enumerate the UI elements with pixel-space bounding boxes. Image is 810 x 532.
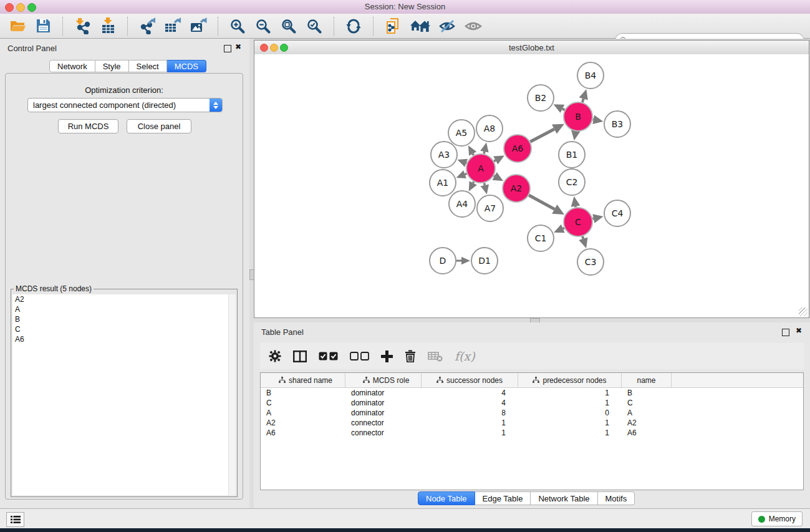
graph-node-A1[interactable]: A1 — [430, 170, 456, 196]
window-resize-grip[interactable] — [799, 307, 808, 316]
graph-node-A7[interactable]: A7 — [477, 195, 503, 221]
list-item[interactable]: A — [12, 304, 236, 314]
column-header-mcds-role[interactable]: MCDS role — [345, 373, 422, 387]
float-panel-button[interactable] — [224, 45, 231, 52]
save-session-button[interactable] — [34, 17, 52, 35]
zoom-out-button[interactable] — [254, 17, 272, 35]
graph-node-A2[interactable]: A2 — [503, 175, 530, 202]
graph-node-A8[interactable]: A8 — [476, 115, 503, 142]
select-all-columns-icon[interactable] — [319, 352, 338, 360]
graph-edge-A-A4[interactable] — [469, 181, 477, 191]
column-header-predecessor-nodes[interactable]: predecessor nodes — [518, 373, 622, 387]
graph-edge-A-A5[interactable] — [468, 145, 476, 155]
horizontal-splitter[interactable] — [254, 318, 810, 322]
graph-edge-A-A6[interactable] — [493, 155, 504, 164]
tab-motifs[interactable]: Motifs — [598, 491, 635, 505]
close-table-panel-icon[interactable]: ✖ — [796, 326, 802, 335]
network-graph[interactable]: AA1A2A3A4A5A6A7A8BB1B2B3B4CC1C2C3C4DD1 — [254, 54, 809, 317]
zoom-selected-button[interactable] — [306, 17, 323, 35]
graph-edge-A6-B[interactable] — [530, 124, 564, 142]
graph-edge-A-A8[interactable] — [480, 142, 488, 153]
tab-network[interactable]: Network — [49, 60, 95, 72]
graph-node-C4[interactable]: C4 — [604, 200, 630, 226]
table-row[interactable]: A dominator 8 0 A — [261, 408, 803, 418]
graph-node-B4[interactable]: B4 — [577, 62, 604, 89]
graph-node-B2[interactable]: B2 — [528, 85, 554, 111]
refresh-view-button[interactable] — [345, 17, 362, 35]
vertical-splitter[interactable] — [249, 39, 254, 508]
delete-column-trash-icon[interactable] — [405, 350, 416, 362]
show-column-panel-icon[interactable] — [293, 351, 307, 362]
tab-network-table[interactable]: Network Table — [531, 491, 597, 505]
export-image-button[interactable] — [190, 17, 207, 35]
list-item[interactable]: C — [12, 324, 236, 334]
export-network-button[interactable] — [138, 17, 156, 35]
memory-status-button[interactable]: Memory — [751, 511, 803, 526]
column-header-successor-nodes[interactable]: successor nodes — [422, 373, 518, 387]
graph-node-A5[interactable]: A5 — [448, 120, 475, 146]
show-graphics-details-button[interactable] — [465, 17, 482, 35]
clone-network-button[interactable] — [384, 17, 402, 35]
export-table-button[interactable] — [164, 17, 181, 35]
graph-edge-A-A7[interactable] — [481, 183, 489, 194]
open-session-button[interactable] — [9, 17, 26, 35]
graph-node-D1[interactable]: D1 — [471, 248, 498, 274]
graph-node-D[interactable]: D — [430, 248, 456, 274]
graph-node-C2[interactable]: C2 — [559, 169, 585, 195]
graph-node-C[interactable]: C — [564, 208, 592, 236]
column-header-shared-name[interactable]: shared name — [261, 373, 345, 387]
show-task-history-button[interactable] — [6, 512, 24, 527]
graph-node-A[interactable]: A — [466, 154, 495, 183]
tab-style[interactable]: Style — [95, 60, 129, 72]
result-scrollbar[interactable] — [228, 294, 236, 495]
close-panel-icon[interactable]: ✖ — [235, 42, 241, 51]
graph-edge-A-A1[interactable] — [456, 170, 467, 178]
tab-node-table[interactable]: Node Table — [418, 491, 475, 505]
graph-edge-B-B4[interactable] — [579, 89, 588, 102]
graph-node-C1[interactable]: C1 — [528, 225, 554, 251]
graph-edge-B-B3[interactable] — [592, 115, 603, 124]
node-label: A5 — [456, 128, 467, 138]
run-mcds-button[interactable]: Run MCDS — [58, 119, 118, 133]
unselect-all-columns-icon[interactable] — [350, 352, 369, 360]
zoom-in-button[interactable] — [229, 17, 246, 35]
list-item[interactable]: A6 — [12, 334, 236, 344]
hide-graphics-details-button[interactable] — [439, 17, 456, 35]
table-row[interactable]: C dominator 4 1 C — [261, 398, 803, 408]
table-row[interactable]: A2 connector 1 1 A2 — [261, 418, 803, 428]
table-settings-gear-icon[interactable] — [269, 350, 281, 362]
column-header-name[interactable]: name — [622, 373, 672, 387]
home-layout-button[interactable] — [410, 17, 431, 35]
create-column-plus-icon[interactable] — [381, 351, 393, 362]
table-row[interactable]: B dominator 4 1 B — [261, 388, 803, 398]
graph-edge-A2-C[interactable] — [529, 195, 564, 215]
list-item[interactable]: B — [12, 314, 236, 324]
graph-edge-D-D1[interactable] — [456, 257, 470, 265]
toolbar-separator — [373, 17, 374, 36]
network-canvas[interactable]: AA1A2A3A4A5A6A7A8BB1B2B3B4CC1C2C3C4DD1 — [254, 54, 809, 317]
node-label: A — [478, 163, 484, 173]
import-table-button[interactable] — [99, 17, 117, 35]
graph-edge-B-B2[interactable] — [554, 104, 565, 113]
graph-edge-C-C1[interactable] — [554, 225, 565, 233]
graph-edge-C-C4[interactable] — [592, 214, 603, 223]
graph-node-B[interactable]: B — [564, 102, 592, 131]
tab-mcds[interactable]: MCDS — [167, 60, 206, 72]
graph-edge-C-C2[interactable] — [571, 196, 581, 208]
zoom-fit-button[interactable] — [280, 17, 297, 35]
import-network-button[interactable] — [74, 17, 91, 35]
graph-node-A6[interactable]: A6 — [504, 135, 531, 162]
float-table-panel-button[interactable] — [782, 329, 789, 336]
close-panel-button[interactable]: Close panel — [127, 119, 191, 133]
tab-select[interactable]: Select — [129, 60, 167, 72]
graph-node-B1[interactable]: B1 — [559, 142, 585, 168]
table-row[interactable]: A6 connector 1 1 A6 — [261, 428, 803, 438]
list-item[interactable]: A2 — [12, 294, 236, 304]
graph-node-C3[interactable]: C3 — [577, 249, 604, 275]
optimization-criterion-dropdown[interactable]: largest connected component (directed) — [27, 98, 223, 112]
graph-edge-C-C3[interactable] — [579, 236, 587, 248]
graph-node-A4[interactable]: A4 — [449, 191, 475, 217]
graph-node-B3[interactable]: B3 — [604, 111, 630, 137]
tab-edge-table[interactable]: Edge Table — [475, 491, 531, 505]
graph-node-A3[interactable]: A3 — [431, 142, 457, 168]
